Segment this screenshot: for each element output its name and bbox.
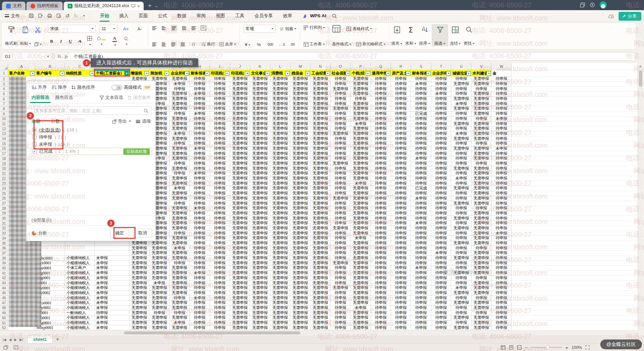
cell[interactable]: 未申报 [170, 131, 190, 137]
cell[interactable]: 无需申报 [351, 211, 371, 216]
cell[interactable]: 待申报 [190, 101, 210, 106]
cell[interactable]: 待申报 [331, 256, 351, 261]
cell[interactable]: 无需申报 [250, 266, 270, 271]
cell[interactable]: 无需申报 [230, 126, 250, 131]
cell[interactable]: 未申报 [492, 117, 512, 122]
cell[interactable]: 待申报 [431, 121, 451, 126]
cell[interactable]: 一般纳税人 [65, 310, 95, 315]
cell[interactable]: 无需申报 [472, 251, 492, 256]
cell[interactable]: 待申报 [371, 181, 391, 186]
cell[interactable]: 待申报 [411, 176, 431, 181]
cell[interactable]: 无需申报 [270, 236, 290, 241]
header-cell-U1[interactable]: 城镇垃圾 [451, 70, 471, 77]
cell[interactable]: 待申报 [451, 295, 471, 301]
cell[interactable]: 无需申报 [230, 315, 250, 321]
cell[interactable]: 无需申报 [250, 276, 270, 281]
cell[interactable]: 待申报 [411, 211, 431, 216]
redo-icon[interactable]: ↻ [74, 13, 78, 19]
cell[interactable]: 无需申报 [170, 191, 190, 196]
cell[interactable]: 未申报 [492, 231, 512, 236]
cell[interactable]: 待申报 [431, 97, 451, 102]
cell[interactable]: 无需申报 [472, 281, 492, 286]
row-number[interactable]: 31 [0, 221, 8, 226]
eraser-button[interactable] [122, 36, 130, 47]
cell[interactable]: 待申报 [371, 241, 391, 246]
cell[interactable]: 无需申报 [311, 231, 331, 236]
cell[interactable]: 待申报 [210, 111, 230, 117]
cell[interactable]: 无需申报 [290, 196, 310, 201]
row-number[interactable]: 39 [0, 261, 8, 266]
cell[interactable]: 无需申报 [250, 291, 270, 296]
cell[interactable]: 待申报 [451, 211, 471, 216]
row-number[interactable]: 36 [0, 246, 8, 251]
cell[interactable]: 未申报 [411, 196, 431, 201]
column-filter-button[interactable] [426, 71, 431, 76]
cell[interactable]: 待申报 [431, 176, 451, 181]
cell[interactable]: 待申报 [331, 221, 351, 226]
cell[interactable]: 待申报 [451, 117, 471, 122]
cell[interactable]: 待申报 [371, 97, 391, 102]
menu-tab[interactable]: 数据 [172, 11, 191, 21]
cell[interactable]: 无需申报 [331, 131, 351, 137]
row-number[interactable]: 3 [0, 82, 8, 87]
cell[interactable]: 无需申报 [290, 315, 310, 321]
cell[interactable]: 待申报 [492, 206, 512, 211]
cell[interactable]: 待申报 [391, 151, 411, 156]
cell[interactable]: 无需申报 [149, 291, 169, 296]
cell[interactable]: 无需申报 [270, 256, 290, 261]
cell[interactable]: 无需申报 [170, 291, 190, 296]
cell[interactable]: 待申报 [391, 216, 411, 221]
cell[interactable]: 待申报 [371, 321, 391, 326]
cell[interactable]: 待申报 [331, 151, 351, 156]
percent-button[interactable]: % [255, 42, 263, 47]
cell[interactable]: 待申报 [371, 266, 391, 271]
cell[interactable]: 无需申报 [170, 256, 190, 261]
row-number[interactable]: 28 [0, 206, 8, 211]
cell[interactable]: 待申报 [431, 196, 451, 201]
column-header-C[interactable]: C [65, 63, 95, 70]
cell[interactable]: 待申报 [331, 236, 351, 241]
cell[interactable]: 未申报 [431, 91, 451, 97]
cell[interactable]: 待申报 [190, 251, 210, 256]
cell[interactable]: 无需申报 [290, 117, 310, 122]
cell[interactable]: 无需申报 [472, 97, 492, 102]
cell[interactable]: 无需申报 [351, 136, 371, 141]
cell[interactable]: 待申报 [210, 97, 230, 102]
cell[interactable]: 无需申报 [270, 266, 290, 271]
cell[interactable]: 无需申报 [230, 91, 250, 97]
cell[interactable]: 无需申报 [230, 111, 250, 117]
cell[interactable]: 待申报 [391, 131, 411, 137]
cell[interactable]: 待申报 [451, 196, 471, 201]
cell[interactable]: 无需申报 [149, 271, 169, 276]
cell[interactable]: 无需申报 [472, 201, 492, 206]
header-cell-I1[interactable]: 印花税( [210, 70, 230, 77]
cell[interactable]: 无需申报 [129, 251, 149, 256]
cell[interactable]: 无需申报 [170, 281, 190, 286]
cell[interactable]: 待申报 [451, 151, 471, 156]
menu-tab[interactable]: 效率 [278, 11, 297, 21]
cell[interactable]: 未申报 [95, 266, 129, 271]
column-filter-button[interactable] [326, 71, 330, 76]
cell[interactable]: 无需申报 [250, 136, 270, 141]
cell[interactable]: 无需申报 [170, 306, 190, 311]
cell[interactable]: 无需申报 [270, 166, 290, 171]
row-number[interactable]: 14 [0, 136, 8, 141]
cell[interactable]: 无需申报 [311, 101, 331, 106]
cell[interactable]: 待申报 [431, 111, 451, 117]
cell[interactable]: 无需申报 [290, 321, 310, 326]
cell[interactable]: 无需申报 [472, 82, 492, 87]
cell[interactable]: 待申报 [431, 291, 451, 296]
cell[interactable]: 无需申报 [270, 77, 290, 82]
menu-tab[interactable]: 页面 [133, 11, 153, 21]
currency-button[interactable]: ¥ [243, 42, 252, 47]
cell[interactable]: 小规模纳税人 [65, 306, 95, 311]
cell[interactable]: 无需申报 [311, 246, 331, 251]
cell[interactable]: 无需申报 [170, 156, 190, 161]
cell[interactable]: 无需申报 [290, 101, 310, 106]
cell[interactable]: 无需申报 [290, 97, 310, 102]
cell[interactable]: 待申报 [331, 315, 351, 321]
bold-button[interactable]: B [48, 39, 55, 44]
horizontal-scrollbar[interactable] [8, 330, 638, 335]
cell[interactable]: 待申报 [371, 301, 391, 306]
cell[interactable]: 无需申报 [472, 181, 492, 186]
